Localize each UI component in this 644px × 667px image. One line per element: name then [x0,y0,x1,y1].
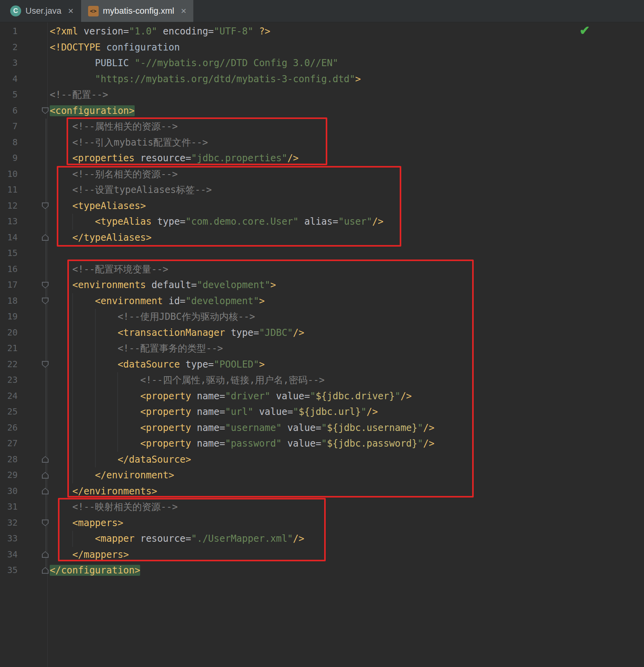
code-line[interactable]: 3 PUBLIC "-//mybatis.org//DTD Config 3.0… [0,55,644,71]
code-text[interactable]: <!--配置环境变量--> [50,261,168,278]
code-line[interactable]: 19 <!--使用JDBC作为驱动内核--> [0,309,644,325]
code-line[interactable]: 33 <mapper resource="./UserMapper.xml"/> [0,531,644,547]
token-tag: <dataSource [50,359,186,370]
fold-column [18,214,50,230]
code-line[interactable]: 1<?xml version="1.0" encoding="UTF-8" ?> [0,23,644,40]
code-line[interactable]: 34 </mappers> [0,547,644,563]
code-line[interactable]: 12 <typeAliases> [0,198,644,214]
code-text[interactable]: <!--设置typeAliases标签--> [50,182,212,198]
code-line[interactable]: 35</configuration> [0,562,644,579]
code-line[interactable]: 16 <!--配置环境变量--> [0,261,644,278]
code-line[interactable]: 9 <properties resource="jdbc.properties"… [0,150,644,166]
code-text[interactable]: <!--别名相关的资源--> [50,166,178,182]
code-line[interactable]: 5<!--配置--> [0,87,644,103]
code-line[interactable]: 21 <!--配置事务的类型--> [0,341,644,357]
code-text[interactable]: <environment id="development"> [50,293,265,309]
code-text[interactable]: <!--引入mybatis配置文件--> [50,135,208,151]
code-text[interactable]: <!--四个属性,驱动,链接,用户名,密码--> [50,372,325,388]
fold-start-icon[interactable] [42,519,49,526]
code-text[interactable]: </environments> [50,483,157,499]
code-line[interactable]: 7 <!--属性相关的资源--> [0,119,644,135]
code-line[interactable]: 30 </environments> [0,483,644,499]
code-line[interactable]: 31 <!--映射相关的资源--> [0,499,644,515]
code-text[interactable]: PUBLIC "-//mybatis.org//DTD Config 3.0//… [50,55,338,71]
code-editor[interactable]: 1<?xml version="1.0" encoding="UTF-8" ?>… [0,22,644,667]
code-text[interactable]: <transactionManager type="JDBC"/> [50,325,304,341]
code-text[interactable]: "https://mybatis.org/dtd/mybatis-3-confi… [50,71,361,87]
code-line[interactable]: 22 <dataSource type="POOLED"> [0,357,644,373]
code-line[interactable]: 32 <mappers> [0,515,644,531]
code-text[interactable]: <properties resource="jdbc.properties"/> [50,150,299,166]
code-line[interactable]: 26 <property name="username" value="${jd… [0,420,644,436]
code-text[interactable]: </mappers> [50,547,129,563]
token-tag: <mapper [50,533,140,544]
token-str: " [321,422,327,433]
code-text[interactable]: <typeAlias type="com.demo.core.User" ali… [50,214,384,230]
fold-end-icon[interactable] [42,456,49,463]
code-text[interactable]: <!DOCTYPE configuration [50,40,180,56]
fold-start-icon[interactable] [42,361,49,368]
code-text[interactable]: <typeAliases> [50,198,146,214]
indent-guide [95,372,96,388]
token-attr: value= [253,406,293,417]
token-attr: type= [186,359,214,370]
code-line[interactable]: 23 <!--四个属性,驱动,链接,用户名,密码--> [0,372,644,388]
code-line[interactable]: 29 </environment> [0,467,644,483]
code-line[interactable]: 14 </typeAliases> [0,230,644,246]
fold-start-icon[interactable] [42,202,49,209]
tab-close-icon[interactable]: × [68,6,74,16]
fold-start-icon[interactable] [42,297,49,304]
tab-mybatis-config-xml[interactable]: <>mybatis-config.xml× [81,0,194,22]
code-line[interactable]: 27 <property name="password" value="${jd… [0,436,644,452]
code-text[interactable]: <property name="password" value="${jdbc.… [50,436,435,452]
code-line[interactable]: 18 <environment id="development"> [0,293,644,309]
fold-end-icon[interactable] [42,472,49,479]
code-text[interactable]: <property name="username" value="${jdbc.… [50,420,435,436]
fold-start-icon[interactable] [42,107,49,114]
code-line[interactable]: 20 <transactionManager type="JDBC"/> [0,325,644,341]
fold-end-icon[interactable] [42,234,49,241]
code-line[interactable]: 25 <property name="url" value="${jdbc.ur… [0,404,644,420]
fold-start-icon[interactable] [42,282,49,288]
code-line[interactable]: 2<!DOCTYPE configuration [0,40,644,56]
code-line[interactable]: 13 <typeAlias type="com.demo.core.User" … [0,214,644,230]
code-text[interactable]: <!--映射相关的资源--> [50,499,178,515]
fold-end-icon[interactable] [42,488,49,494]
code-text[interactable]: </configuration> [50,562,140,579]
fold-end-icon[interactable] [42,551,49,558]
code-text[interactable]: <mapper resource="./UserMapper.xml"/> [50,531,304,547]
code-line[interactable]: 4 "https://mybatis.org/dtd/mybatis-3-con… [0,71,644,87]
code-line[interactable]: 17 <environments default="development"> [0,277,644,293]
inspection-status-icon[interactable]: ✔ [579,24,590,37]
code-text[interactable]: </typeAliases> [50,230,152,246]
fold-range-line [46,119,46,570]
code-line[interactable]: 11 <!--设置typeAliases标签--> [0,182,644,198]
code-text[interactable]: <!--配置--> [50,87,108,103]
indent-guide [95,452,96,468]
code-text[interactable]: <configuration> [50,103,135,119]
fold-column [18,499,50,515]
code-line[interactable]: 28 </dataSource> [0,452,644,468]
code-text[interactable]: <environments default="development"> [50,277,276,293]
tab-user-java[interactable]: CUser.java× [3,0,81,22]
token-str: "user" [338,216,372,227]
code-line[interactable]: 8 <!--引入mybatis配置文件--> [0,135,644,151]
code-text[interactable]: <!--配置事务的类型--> [50,341,223,357]
indent-guide [95,309,96,325]
code-line[interactable]: 15 [0,245,644,261]
code-text[interactable]: <property name="url" value="${jdbc.url}"… [50,404,378,420]
code-line[interactable]: 6<configuration> [0,103,644,119]
code-line[interactable]: 24 <property name="driver" value="${jdbc… [0,388,644,404]
code-text[interactable]: </dataSource> [50,452,191,468]
code-text[interactable]: <?xml version="1.0" encoding="UTF-8" ?> [50,23,271,40]
code-text[interactable]: <property name="driver" value="${jdbc.dr… [50,388,412,404]
code-text[interactable]: </environment> [50,467,174,483]
code-text[interactable]: <dataSource type="POOLED"> [50,357,265,373]
code-text[interactable]: <!--属性相关的资源--> [50,119,178,135]
fold-column [18,341,50,357]
tab-close-icon[interactable]: × [181,6,186,16]
code-text[interactable]: <!--使用JDBC作为驱动内核--> [50,309,255,325]
fold-end-icon[interactable] [42,567,49,574]
code-line[interactable]: 10 <!--别名相关的资源--> [0,166,644,182]
code-text[interactable]: <mappers> [50,515,123,531]
